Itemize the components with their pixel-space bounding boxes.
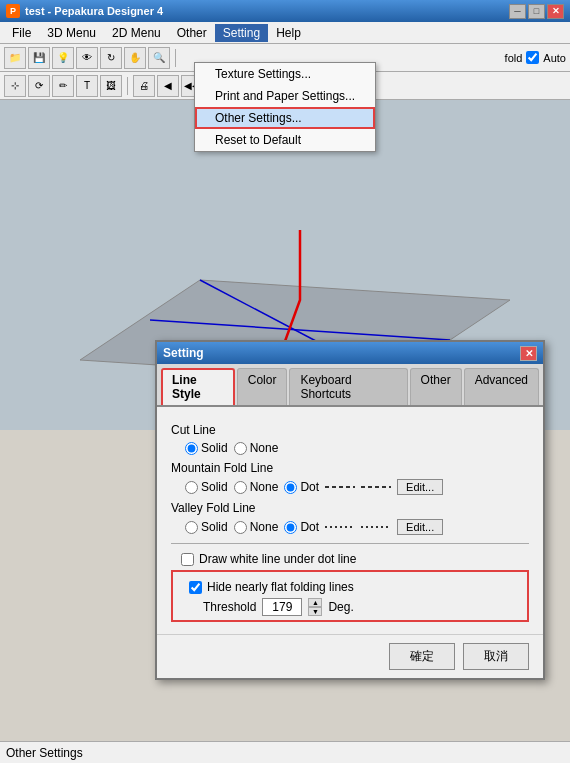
hide-flat-row: Hide nearly flat folding lines: [189, 580, 521, 594]
cut-solid-option[interactable]: Solid: [185, 441, 228, 455]
status-bar: Other Settings: [0, 741, 570, 763]
tab-color[interactable]: Color: [237, 368, 288, 405]
threshold-input[interactable]: 179: [262, 598, 302, 616]
cut-line-options: Solid None: [185, 441, 529, 455]
cut-solid-radio[interactable]: [185, 442, 198, 455]
dropdown-menu: Texture Settings... Print and Paper Sett…: [194, 62, 376, 152]
app-icon: P: [6, 4, 20, 18]
menu-reset-default[interactable]: Reset to Default: [195, 129, 375, 151]
menu-other-settings[interactable]: Other Settings...: [195, 107, 375, 129]
toolbar-open[interactable]: 📁: [4, 47, 26, 69]
tab-keyboard[interactable]: Keyboard Shortcuts: [289, 368, 407, 405]
auto-label: Auto: [543, 52, 566, 64]
mountain-edit-button[interactable]: Edit...: [397, 479, 443, 495]
tb2-text[interactable]: T: [76, 75, 98, 97]
mtn-none-radio[interactable]: [234, 481, 247, 494]
valley-fold-options: Solid None Dot Edit...: [185, 519, 529, 535]
toolbar-light[interactable]: 💡: [52, 47, 74, 69]
tb2-rotate2d[interactable]: ⟳: [28, 75, 50, 97]
tb2-nav1[interactable]: ◀: [157, 75, 179, 97]
valley-edit-button[interactable]: Edit...: [397, 519, 443, 535]
val-solid-radio[interactable]: [185, 521, 198, 534]
threshold-spinner: ▲ ▼: [308, 598, 322, 616]
draw-white-line-row: Draw white line under dot line: [181, 552, 529, 566]
mountain-line-preview2: [361, 486, 391, 488]
menu-setting[interactable]: Setting: [215, 24, 268, 42]
valley-fold-label: Valley Fold Line: [171, 501, 529, 515]
toolbar-right: fold Auto: [505, 51, 566, 64]
spinner-down[interactable]: ▼: [308, 607, 322, 616]
separator-1: [175, 49, 176, 67]
menu-bar: File 3D Menu 2D Menu Other Setting Help: [0, 22, 570, 44]
separator-2: [127, 77, 128, 95]
fold-label: fold: [505, 52, 523, 64]
valley-line-preview: [325, 526, 355, 528]
hide-flat-checkbox[interactable]: [189, 581, 202, 594]
dialog-close-button[interactable]: ✕: [520, 346, 537, 361]
menu-other[interactable]: Other: [169, 24, 215, 42]
status-text: Other Settings: [6, 746, 83, 760]
toolbar-view[interactable]: 👁: [76, 47, 98, 69]
val-solid-option[interactable]: Solid: [185, 520, 228, 534]
setting-dialog: Setting ✕ Line Style Color Keyboard Shor…: [155, 340, 545, 680]
menu-texture-settings[interactable]: Texture Settings...: [195, 63, 375, 85]
dialog-tabs: Line Style Color Keyboard Shortcuts Othe…: [157, 364, 543, 407]
tab-line-style[interactable]: Line Style: [161, 368, 235, 405]
threshold-row: Threshold 179 ▲ ▼ Deg.: [203, 598, 521, 616]
ok-button[interactable]: 確定: [389, 643, 455, 670]
mtn-dot-option[interactable]: Dot: [284, 480, 319, 494]
toolbar-rotate[interactable]: ↻: [100, 47, 122, 69]
cancel-button[interactable]: 取消: [463, 643, 529, 670]
menu-2d[interactable]: 2D Menu: [104, 24, 169, 42]
spinner-up[interactable]: ▲: [308, 598, 322, 607]
toolbar-move[interactable]: ✋: [124, 47, 146, 69]
auto-checkbox[interactable]: [526, 51, 539, 64]
menu-3d[interactable]: 3D Menu: [39, 24, 104, 42]
mountain-fold-label: Mountain Fold Line: [171, 461, 529, 475]
val-none-radio[interactable]: [234, 521, 247, 534]
mtn-none-option[interactable]: None: [234, 480, 279, 494]
mtn-solid-radio[interactable]: [185, 481, 198, 494]
maximize-button[interactable]: □: [528, 4, 545, 19]
toolbar-zoom-in[interactable]: 🔍: [148, 47, 170, 69]
val-dot-radio[interactable]: [284, 521, 297, 534]
draw-white-line-label: Draw white line under dot line: [199, 552, 356, 566]
tb2-print[interactable]: 🖨: [133, 75, 155, 97]
menu-print-paper[interactable]: Print and Paper Settings...: [195, 85, 375, 107]
cut-line-label: Cut Line: [171, 423, 529, 437]
hide-flat-section: Hide nearly flat folding lines Threshold…: [171, 570, 529, 622]
hide-flat-label: Hide nearly flat folding lines: [207, 580, 354, 594]
window-controls: ─ □ ✕: [509, 4, 564, 19]
valley-line-preview2: [361, 526, 391, 528]
cut-none-option[interactable]: None: [234, 441, 279, 455]
tab-other[interactable]: Other: [410, 368, 462, 405]
window-title: test - Pepakura Designer 4: [25, 5, 163, 17]
threshold-unit: Deg.: [328, 600, 353, 614]
minimize-button[interactable]: ─: [509, 4, 526, 19]
tb2-pen[interactable]: ✏: [52, 75, 74, 97]
val-none-option[interactable]: None: [234, 520, 279, 534]
dialog-title-bar: Setting ✕: [157, 342, 543, 364]
title-bar: P test - Pepakura Designer 4 ─ □ ✕: [0, 0, 570, 22]
menu-file[interactable]: File: [4, 24, 39, 42]
draw-white-line-checkbox[interactable]: [181, 553, 194, 566]
tb2-image[interactable]: 🖼: [100, 75, 122, 97]
threshold-label: Threshold: [203, 600, 256, 614]
mountain-line-preview: [325, 486, 355, 488]
mountain-fold-options: Solid None Dot Edit...: [185, 479, 529, 495]
dialog-content: Cut Line Solid None Mountain Fold Line S…: [157, 407, 543, 634]
tb2-select[interactable]: ⊹: [4, 75, 26, 97]
val-dot-option[interactable]: Dot: [284, 520, 319, 534]
mtn-solid-option[interactable]: Solid: [185, 480, 228, 494]
toolbar-save[interactable]: 💾: [28, 47, 50, 69]
tab-advanced[interactable]: Advanced: [464, 368, 539, 405]
dialog-footer: 確定 取消: [157, 634, 543, 678]
mtn-dot-radio[interactable]: [284, 481, 297, 494]
dialog-title: Setting: [163, 346, 204, 360]
menu-help[interactable]: Help: [268, 24, 309, 42]
cut-none-radio[interactable]: [234, 442, 247, 455]
close-button[interactable]: ✕: [547, 4, 564, 19]
divider-1: [171, 543, 529, 544]
